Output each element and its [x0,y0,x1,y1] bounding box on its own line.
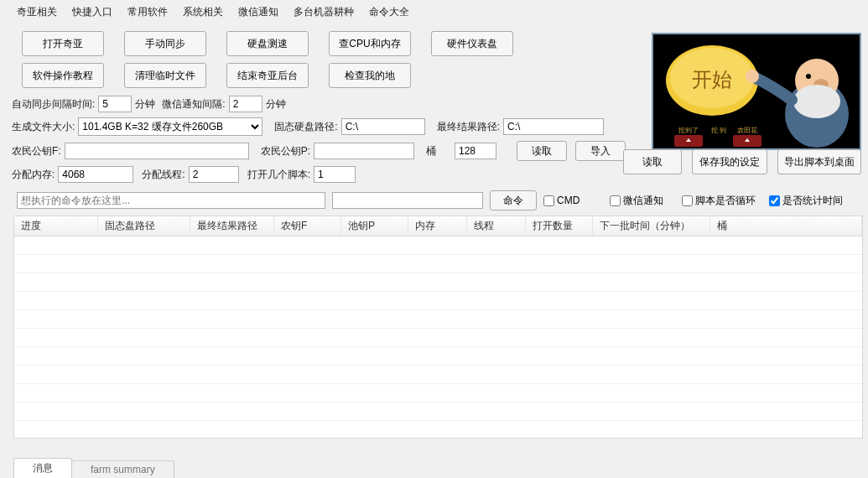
save-settings-button[interactable]: 保存我的设定 [692,149,767,174]
export-script-button[interactable]: 导出脚本到桌面 [777,149,861,174]
final-path-label: 最终结果路径: [437,120,500,134]
table-row [14,366,862,384]
check-farm-button[interactable]: 检查我的地 [329,63,411,88]
farmer-key-p-input[interactable] [314,143,414,159]
col-farmer-f[interactable]: 农钥F [274,216,341,236]
bucket-input[interactable] [455,143,496,159]
read-settings-button[interactable]: 读取 [623,149,682,174]
svg-text:挖到了: 挖到了 [678,127,699,134]
manual-sync-button[interactable]: 手动同步 [124,31,206,56]
svg-text:农田花: 农田花 [737,127,757,134]
svg-point-6 [793,85,840,118]
wechat-interval-input[interactable] [229,96,262,112]
menu-wechat[interactable]: 微信通知 [231,3,285,21]
open-chia-button[interactable]: 打开奇亚 [22,31,104,56]
auto-sync-input[interactable] [98,96,132,112]
farmer-key-f-input[interactable] [65,143,249,159]
tab-farm-summary[interactable]: farm summary [71,460,174,478]
menu-commands[interactable]: 命令大全 [362,3,416,21]
stat-time-checkbox[interactable]: 是否统计时间 [769,194,843,208]
menu-software[interactable]: 常用软件 [121,3,174,21]
alloc-mem-input[interactable] [58,166,133,183]
menu-chia[interactable]: 奇亚相关 [10,3,64,21]
svg-text:挖 到: 挖 到 [711,127,726,134]
table-row [14,329,862,347]
table-row [14,403,862,421]
table-row [14,292,862,310]
grid-body[interactable] [14,236,862,438]
svg-point-8 [746,70,759,83]
col-pool-p[interactable]: 池钥P [341,216,408,236]
run-command-button[interactable]: 命令 [490,190,537,210]
col-bucket[interactable]: 桶 [710,216,862,236]
start-label: 开始 [692,69,732,91]
hardware-dash-button[interactable]: 硬件仪表盘 [431,31,513,56]
read-keys-button[interactable]: 读取 [517,141,567,161]
open-scripts-label: 打开几个脚本: [247,168,310,182]
tab-messages[interactable]: 消息 [13,458,72,478]
gen-file-label: 生成文件大小: [12,120,75,134]
end-chia-button[interactable]: 结束奇亚后台 [226,63,309,88]
grid-header: 进度 固态盘路径 最终结果路径 农钥F 池钥P 内存 线程 打开数量 下一批时间… [14,216,862,236]
alloc-mem-label: 分配内存: [12,168,55,182]
ssd-path-label: 固态硬盘路径: [274,120,337,134]
farmer-key-p-label: 农民公钥P: [261,144,310,158]
menu-quick[interactable]: 快捷入口 [65,3,119,21]
minute-label-1: 分钟 [135,97,155,112]
wechat-interval-label: 微信通知间隔: [162,97,225,112]
col-next-batch[interactable]: 下一批时间（分钟） [593,216,710,236]
loop-checkbox[interactable]: 脚本是否循环 [682,194,756,208]
table-row [14,347,862,366]
svg-point-7 [806,74,811,79]
col-progress[interactable]: 进度 [14,216,98,236]
table-row [14,273,862,292]
final-path-input[interactable] [503,118,604,135]
menu-system[interactable]: 系统相关 [176,3,230,21]
table-row [14,255,862,273]
gen-file-select[interactable]: 101.4GB K=32 缓存文件260GB [78,117,262,136]
ssd-path-input[interactable] [341,118,425,135]
col-open-count[interactable]: 打开数量 [526,216,593,236]
bottom-tabs: 消息 farm summary [13,460,174,478]
table-row [14,384,862,403]
col-ssd-path[interactable]: 固态盘路径 [98,216,190,236]
cmd-checkbox[interactable]: CMD [543,195,580,206]
farmer-key-f-label: 农民公钥F: [12,144,61,158]
open-scripts-input[interactable] [314,166,356,183]
auto-sync-label: 自动同步间隔时间: [12,97,95,112]
miner-illustration: 开始 挖到了 挖 到 农田花 [652,33,861,150]
minute-label-2: 分钟 [266,97,286,112]
clean-temp-button[interactable]: 清理临时文件 [124,63,206,88]
command-row: 命令 CMD 微信通知 脚本是否循环 是否统计时间 [0,185,868,216]
alloc-thread-input[interactable] [189,166,239,183]
alloc-thread-label: 分配线程: [142,168,185,182]
right-action-buttons: 读取 保存我的设定 导出脚本到桌面 [623,149,861,174]
table-row [14,310,862,329]
command-input[interactable] [17,192,325,209]
menu-multi[interactable]: 多台机器耕种 [287,3,361,21]
tutorial-button[interactable]: 软件操作教程 [22,63,104,88]
disk-speed-button[interactable]: 硬盘测速 [226,31,309,56]
col-memory[interactable]: 内存 [408,216,467,236]
wechat-notify-checkbox[interactable]: 微信通知 [610,194,663,208]
col-final-path[interactable]: 最终结果路径 [190,216,274,236]
menu-bar: 奇亚相关 快捷入口 常用软件 系统相关 微信通知 多台机器耕种 命令大全 [0,0,868,23]
command-input-2[interactable] [332,192,483,209]
import-keys-button[interactable]: 导入 [575,141,626,161]
bucket-label: 桶 [426,144,436,158]
table-row [14,236,862,255]
plot-grid: 进度 固态盘路径 最终结果路径 农钥F 池钥P 内存 线程 打开数量 下一批时间… [13,216,863,439]
col-thread[interactable]: 线程 [467,216,526,236]
toolbar: 打开奇亚 手动同步 硬盘测速 查CPU和内存 硬件仪表盘 软件操作教程 清理临时… [0,23,868,93]
cpu-mem-button[interactable]: 查CPU和内存 [329,31,411,56]
